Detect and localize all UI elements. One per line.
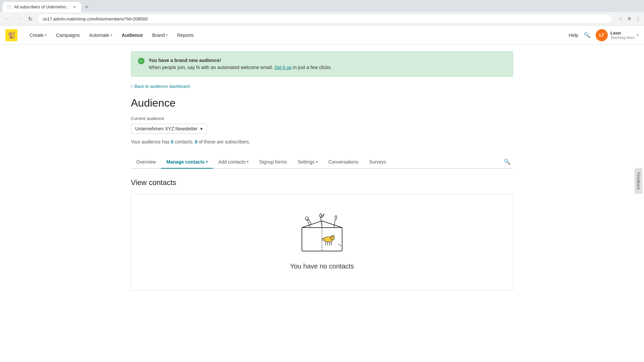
sub-nav-label-surveys: Surveys [369, 159, 386, 165]
sub-nav-item-add-contacts[interactable]: Add contacts ▾ [213, 156, 254, 169]
logo[interactable]: 🐒 [5, 29, 17, 41]
chevron-down-icon: ▾ [166, 33, 168, 37]
empty-state-card: You have no contacts [131, 194, 513, 291]
user-name: Leon [610, 31, 634, 36]
nav-item-create[interactable]: Create ▾ [25, 31, 51, 40]
user-menu[interactable]: LT Leon Teaching Hero ▾ [596, 29, 639, 41]
help-link[interactable]: Help [569, 33, 578, 38]
tab-close-button[interactable]: ✕ [72, 4, 77, 10]
banner-setup-link[interactable]: Set it up [274, 65, 291, 70]
check-icon: ✓ [138, 58, 145, 64]
back-link[interactable]: ‹ Back to audience dashboard [131, 83, 513, 89]
audience-label: Current audience [131, 116, 513, 121]
back-link-text: Back to audience dashboard [135, 84, 190, 89]
audience-select[interactable]: Unternehmen XYZ Newsletter ▾ [131, 124, 207, 134]
user-role: Teaching Hero [610, 36, 634, 40]
chevron-down-icon: ▾ [45, 33, 47, 37]
nav-label-reports: Reports [177, 33, 194, 38]
nav-items: Create ▾ Campaigns Automate ▾ Audience B… [25, 31, 569, 40]
avatar: LT [596, 29, 608, 41]
welcome-banner: ✓ You have a brand new audience! When pe… [131, 51, 513, 77]
sub-nav-item-manage-contacts[interactable]: Manage contacts ▾ [161, 156, 213, 169]
sub-nav-label-overview: Overview [136, 159, 156, 165]
sub-nav-label-conversations: Conversations [328, 159, 359, 165]
back-button[interactable]: ← [3, 14, 12, 23]
sub-nav-label-add-contacts: Add contacts [218, 159, 246, 165]
svg-point-11 [340, 245, 341, 246]
chevron-down-icon: ▾ [200, 126, 203, 131]
chevron-down-icon: ▾ [206, 160, 208, 164]
sub-nav-label-settings: Settings [298, 159, 315, 165]
tab-favicon [7, 5, 11, 9]
banner-suffix: in just a few clicks. [293, 65, 332, 70]
more-icon[interactable]: ⋮ [635, 15, 641, 22]
nav-item-campaigns[interactable]: Campaigns [52, 31, 84, 40]
banner-text: You have a brand new audience! When peop… [149, 57, 332, 71]
sub-nav-item-surveys[interactable]: Surveys [364, 156, 391, 169]
empty-state-illustration [292, 207, 352, 254]
back-arrow-icon: ‹ [131, 83, 132, 89]
tab-bar: All subscribers of Unternehm... ✕ + [0, 0, 644, 12]
stats-prefix: Your audience has [131, 139, 171, 144]
browser-icons: ☆ ⚙ ⋮ [617, 15, 641, 22]
contacts-count: 0 [171, 139, 173, 144]
bookmark-icon[interactable]: ☆ [617, 15, 624, 22]
chevron-down-icon: ▾ [316, 160, 318, 164]
search-contacts-icon[interactable]: 🔍 [501, 155, 513, 168]
sub-nav-item-settings[interactable]: Settings ▾ [292, 156, 323, 169]
browser-chrome: All subscribers of Unternehm... ✕ + ← → … [0, 0, 644, 26]
stats-text: Your audience has 0 contacts. 0 of these… [131, 139, 513, 144]
app-nav: 🐒 Create ▾ Campaigns Automate ▾ Audience… [0, 26, 644, 45]
nav-label-automate: Automate [89, 33, 109, 38]
sub-nav: Overview Manage contacts ▾ Add contacts … [131, 155, 513, 169]
nav-item-automate[interactable]: Automate ▾ [85, 31, 116, 40]
svg-point-9 [333, 237, 333, 238]
sub-nav-label-signup-forms: Signup forms [259, 159, 287, 165]
user-chevron-icon: ▾ [637, 33, 639, 37]
nav-item-audience[interactable]: Audience [118, 31, 147, 40]
audience-select-value: Unternehmen XYZ Newsletter [135, 126, 198, 131]
nav-label-campaigns: Campaigns [56, 33, 80, 38]
nav-item-brand[interactable]: Brand ▾ [148, 31, 172, 40]
nav-label-audience: Audience [122, 33, 143, 38]
url-text: us17.admin.mailchimp.com/lists/members/?… [43, 16, 148, 21]
search-icon[interactable]: 🔍 [584, 32, 590, 38]
sub-nav-item-overview[interactable]: Overview [131, 156, 161, 169]
main-content: ✓ You have a brand new audience! When pe… [124, 51, 520, 291]
forward-button[interactable]: → [14, 14, 23, 23]
nav-right: Help 🔍 LT Leon Teaching Hero ▾ [569, 29, 639, 41]
svg-point-10 [338, 244, 339, 245]
nav-label-brand: Brand [152, 33, 165, 38]
user-info: Leon Teaching Hero [610, 31, 634, 40]
extensions-icon[interactable]: ⚙ [626, 15, 633, 22]
banner-title: You have a brand new audience! [149, 58, 221, 63]
subscribers-count: 0 [195, 139, 198, 144]
new-tab-button[interactable]: + [83, 3, 91, 11]
empty-state-title: You have no contacts [290, 262, 354, 270]
feedback-tab[interactable]: Feedback [635, 168, 643, 194]
page-title: Audience [131, 97, 513, 109]
address-bar[interactable]: us17.admin.mailchimp.com/lists/members/?… [37, 14, 612, 24]
chevron-down-icon: ▾ [111, 33, 112, 37]
stats-middle: contacts. [173, 139, 195, 144]
chevron-down-icon: ▾ [247, 160, 249, 164]
sub-nav-item-signup-forms[interactable]: Signup forms [254, 156, 292, 169]
stats-suffix: of these are subscribers. [198, 139, 250, 144]
nav-label-create: Create [30, 33, 44, 38]
nav-item-reports[interactable]: Reports [173, 31, 198, 40]
reload-button[interactable]: ↻ [25, 14, 35, 23]
tab-title: All subscribers of Unternehm... [14, 5, 69, 9]
banner-body: When people join, say hi with an automat… [149, 65, 273, 70]
sub-nav-label-manage-contacts: Manage contacts [166, 159, 205, 165]
section-title: View contacts [131, 178, 513, 187]
sub-nav-item-conversations[interactable]: Conversations [323, 156, 364, 169]
feedback-label: Feedback [636, 172, 641, 190]
address-bar-row: ← → ↻ us17.admin.mailchimp.com/lists/mem… [0, 12, 644, 25]
active-tab[interactable]: All subscribers of Unternehm... ✕ [3, 2, 81, 12]
